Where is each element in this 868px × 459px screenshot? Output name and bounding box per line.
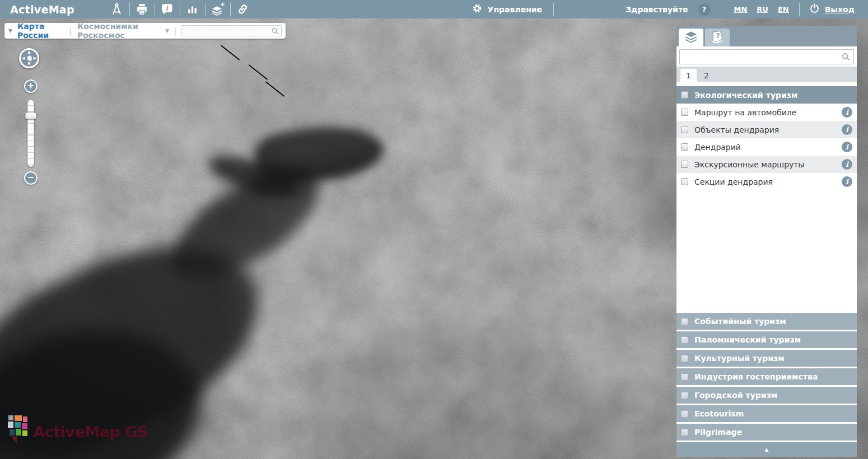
management-button[interactable]: Управление [472, 3, 543, 16]
group-label: Ecotourism [694, 409, 744, 418]
logout-label: Выход [825, 5, 855, 14]
tool-legend-button[interactable]: i [155, 0, 180, 18]
divider: | [69, 26, 72, 35]
activemap-gs-logo-icon [8, 415, 28, 444]
group-header-collapsed[interactable]: Паломнический туризм [676, 331, 857, 348]
group-header-collapsed[interactable]: Pilgrimage [676, 424, 857, 441]
zoom-slider-handle[interactable] [25, 113, 36, 119]
page-tab-1[interactable]: 1 [680, 69, 697, 82]
statistics-icon [185, 2, 199, 16]
group-header-collapsed[interactable]: Индустрия гостеприимства [676, 368, 857, 385]
layer-checkbox[interactable] [681, 126, 688, 133]
question-icon: ? [702, 5, 707, 13]
map-dropdown-icon[interactable]: ▼ [8, 28, 12, 34]
basemap-selector[interactable]: Космоснимки Роскосмос [77, 22, 161, 40]
panel-page-tabs: 12 [676, 67, 857, 82]
layer-item[interactable]: Экскурсионные маршрутыi [676, 156, 857, 173]
hand-icon [25, 54, 34, 63]
layers-panel: ? 12 Экологический туризм Маршрут на авт… [676, 26, 857, 457]
legend-help-icon: ? [710, 30, 725, 46]
legend-icon: i [160, 2, 174, 16]
group-checkbox[interactable] [681, 410, 688, 418]
layer-item[interactable]: Объекты дендрарияi [676, 121, 857, 138]
collapsed-groups: Событийный туризмПаломнический туризмКул… [676, 311, 857, 441]
layer-label: Экскурсионные маршруты [694, 160, 805, 169]
language-switcher: MNRUEN [734, 5, 789, 13]
info-icon[interactable]: i [842, 176, 852, 187]
group-checkbox[interactable] [681, 336, 688, 344]
spacer [676, 82, 857, 86]
layer-checkbox[interactable] [681, 109, 688, 116]
divider: | [174, 26, 176, 35]
tab-layers[interactable] [679, 29, 703, 46]
svg-text:?: ? [716, 31, 720, 39]
group-checkbox[interactable] [681, 392, 688, 399]
group-checkbox[interactable] [681, 373, 688, 381]
layer-list: Экологический туризм Маршрут на автомоби… [676, 82, 857, 457]
power-icon [809, 3, 820, 16]
toolbar-tools: i [105, 0, 255, 18]
zoom-slider[interactable] [27, 100, 34, 167]
layer-checkbox[interactable] [681, 143, 688, 151]
group-checkbox[interactable] [681, 355, 688, 362]
map-source-bar: ▼ Карта России | Космоснимки Роскосмос ▼… [4, 23, 286, 39]
panel-tabs: ? [676, 26, 857, 46]
map-search-box [181, 25, 282, 36]
layer-checkbox[interactable] [681, 161, 688, 168]
language-ru[interactable]: RU [757, 5, 768, 13]
group-checkbox[interactable] [681, 91, 688, 99]
map-search-input[interactable] [181, 26, 281, 36]
layer-search-input[interactable] [680, 50, 853, 63]
chevron-up-icon: ▲ [765, 447, 769, 452]
greeting-label: Здравствуйте [626, 5, 688, 14]
tool-print-button[interactable] [130, 0, 155, 18]
zoom-in-button[interactable]: + [24, 79, 38, 93]
app-logo: ActiveMap [10, 3, 74, 16]
info-icon[interactable]: i [842, 159, 852, 170]
gear-icon [472, 3, 483, 16]
layer-label: Объекты дендрария [694, 125, 779, 134]
tool-measure-button[interactable] [105, 0, 129, 18]
group-header-collapsed[interactable]: Событийный туризм [676, 313, 857, 330]
layer-label: Секции дендрария [694, 177, 773, 186]
logout-button[interactable]: Выход [809, 3, 855, 16]
info-icon[interactable]: i [842, 107, 852, 118]
layer-label: Дендрарий [694, 143, 741, 152]
info-icon[interactable]: i [842, 142, 852, 152]
layer-item[interactable]: Секции дендрарияi [676, 173, 857, 190]
zoom-out-button[interactable]: − [24, 171, 38, 185]
collapse-panel-button[interactable]: ▲ [676, 442, 857, 457]
map-name-link[interactable]: Карта России [17, 22, 63, 40]
tool-add-layers-button[interactable] [206, 0, 230, 18]
group-label: Индустрия гостеприимства [694, 372, 818, 381]
measure-icon [110, 2, 124, 16]
basemap-dropdown-icon[interactable]: ▼ [165, 28, 169, 34]
info-icon[interactable]: i [842, 124, 852, 135]
group-checkbox[interactable] [681, 429, 688, 436]
layer-item[interactable]: Маршрут на автомобилеi [676, 104, 857, 121]
toolbar-separator [553, 3, 554, 16]
language-en[interactable]: EN [778, 5, 789, 13]
help-button[interactable]: ? [698, 3, 711, 16]
group-label: Экологический туризм [694, 91, 797, 100]
add-layers-icon [211, 2, 225, 16]
search-icon [271, 27, 279, 35]
link-icon [236, 2, 250, 16]
layer-item[interactable]: Дендрарийi [676, 138, 857, 156]
language-mn[interactable]: MN [734, 5, 748, 13]
group-checkbox[interactable] [681, 318, 688, 325]
spacer [676, 190, 857, 311]
tool-link-button[interactable] [231, 0, 255, 18]
pan-control[interactable]: ▲ ▼ ◀ ▶ [19, 48, 39, 68]
tool-statistics-button[interactable] [180, 0, 205, 18]
tab-legend[interactable]: ? [705, 29, 730, 46]
group-header-collapsed[interactable]: Городской туризм [676, 387, 857, 404]
group-header-collapsed[interactable]: Ecotourism [676, 405, 857, 422]
group-header-collapsed[interactable]: Культурный туризм [676, 350, 857, 367]
page-tab-2[interactable]: 2 [698, 69, 715, 82]
layer-checkbox[interactable] [681, 178, 688, 185]
group-header-expanded[interactable]: Экологический туризм [676, 86, 857, 104]
panel-search-area [676, 46, 857, 67]
activemap-gs-logo-text: ActiveMap GS [33, 423, 147, 441]
group-label: Событийный туризм [694, 317, 786, 326]
